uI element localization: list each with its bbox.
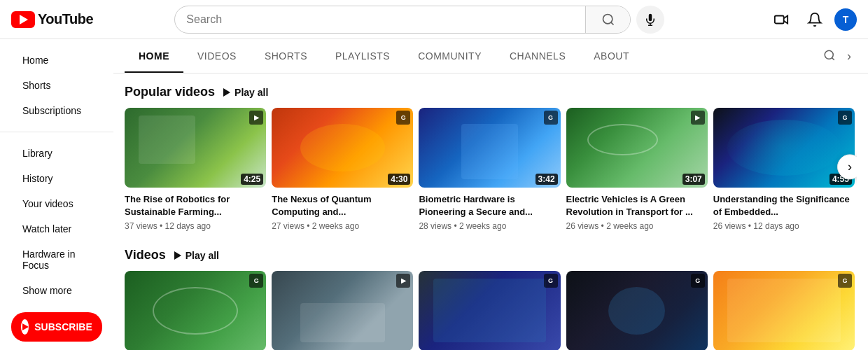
tab-community[interactable]: COMMUNITY bbox=[404, 39, 496, 73]
create-button[interactable] bbox=[767, 6, 795, 34]
video-card-popular-1[interactable]: 4:25 ▶ The Rise of Robotics for Sustaina… bbox=[125, 108, 266, 231]
sidebar-label-show-more: Show more bbox=[22, 285, 72, 296]
video-card-popular-4[interactable]: 3:07 ▶ Electric Vehicles is A Green Revo… bbox=[566, 108, 708, 231]
yt-wordmark: YouTube bbox=[38, 11, 93, 27]
sidebar-item-show-more[interactable]: Show more bbox=[6, 278, 108, 303]
main-content: HOME VIDEOS SHORTS PLAYLISTS COMMUNITY C… bbox=[113, 39, 868, 350]
videos-play-all-triangle bbox=[174, 251, 181, 260]
sidebar-label-shorts: Shorts bbox=[22, 80, 50, 91]
video-thumb-v2: ▶ bbox=[272, 271, 413, 350]
video-title-popular-3: Biometric Hardware is Pioneering a Secur… bbox=[419, 193, 560, 218]
subscribe-icon bbox=[21, 319, 29, 335]
sidebar-item-subscriptions[interactable]: Subscriptions bbox=[6, 98, 108, 123]
popular-section-title: Popular videos bbox=[125, 85, 215, 99]
header: YouTube bbox=[0, 0, 868, 39]
video-thumb-popular-5: 4:55 G bbox=[713, 108, 855, 188]
sidebar-item-library[interactable]: Library bbox=[6, 141, 108, 166]
svg-point-5 bbox=[825, 50, 833, 59]
logo-area[interactable]: YouTube bbox=[11, 11, 123, 28]
tab-search-button[interactable] bbox=[818, 43, 841, 69]
duration-popular-4: 3:07 bbox=[682, 174, 705, 185]
video-info-popular-4: Electric Vehicles is A Green Revolution … bbox=[566, 193, 708, 231]
video-meta-popular-5: 26 views • 12 days ago bbox=[713, 221, 855, 231]
svg-line-1 bbox=[611, 22, 614, 24]
content-area: Popular videos Play all 4:25 bbox=[113, 74, 868, 350]
sidebar-label-subscriptions: Subscriptions bbox=[22, 105, 81, 116]
badge-popular-5: G bbox=[838, 111, 852, 125]
video-thumb-popular-3: 3:42 G bbox=[419, 108, 560, 188]
badge-v3: G bbox=[544, 274, 558, 288]
popular-play-all-button[interactable]: Play all bbox=[223, 87, 268, 98]
badge-v2: ▶ bbox=[396, 274, 410, 288]
svg-point-0 bbox=[603, 14, 612, 23]
video-title-popular-4: Electric Vehicles is A Green Revolution … bbox=[566, 193, 708, 218]
videos-section-title: Videos bbox=[125, 248, 166, 262]
videos-play-all-label: Play all bbox=[186, 250, 219, 261]
bell-icon bbox=[807, 12, 822, 27]
videos-section: Videos Play all G bbox=[125, 248, 857, 350]
sidebar-label-hardware-in-focus: Hardware in Focus bbox=[22, 248, 91, 271]
videos-play-all-button[interactable]: Play all bbox=[174, 250, 219, 261]
search-input[interactable] bbox=[175, 13, 585, 26]
avatar-button[interactable]: T bbox=[834, 8, 857, 31]
duration-popular-3: 3:42 bbox=[536, 174, 558, 185]
tab-about[interactable]: ABOUT bbox=[580, 39, 643, 73]
popular-video-grid: 4:25 ▶ The Rise of Robotics for Sustaina… bbox=[125, 108, 857, 231]
video-info-popular-3: Biometric Hardware is Pioneering a Secur… bbox=[419, 193, 560, 231]
sidebar-divider-1 bbox=[0, 132, 113, 132]
subscribe-button[interactable]: SUBSCRIBE bbox=[11, 312, 102, 342]
tab-videos[interactable]: VIDEOS bbox=[183, 39, 251, 73]
video-meta-popular-2: 27 views • 2 weeks ago bbox=[272, 221, 413, 231]
tab-home[interactable]: HOME bbox=[125, 39, 183, 73]
badge-v1: G bbox=[249, 274, 263, 288]
video-thumb-v1: G bbox=[125, 271, 266, 350]
tab-chevron-button[interactable]: › bbox=[841, 43, 857, 69]
video-thumb-v4: G bbox=[566, 271, 708, 350]
video-thumb-v3: G bbox=[419, 271, 560, 350]
tab-playlists[interactable]: PLAYLISTS bbox=[321, 39, 404, 73]
popular-next-arrow[interactable]: › bbox=[837, 154, 857, 179]
mic-button[interactable] bbox=[636, 6, 664, 34]
svg-rect-4 bbox=[775, 15, 784, 23]
notifications-button[interactable] bbox=[801, 6, 829, 34]
sidebar: Home Shorts Subscriptions Library Histor… bbox=[0, 39, 113, 350]
search-button[interactable] bbox=[585, 6, 630, 34]
sidebar-label-history: History bbox=[22, 173, 53, 184]
sidebar-label-library: Library bbox=[22, 148, 52, 159]
video-card-popular-3[interactable]: 3:42 G Biometric Hardware is Pioneering … bbox=[419, 108, 560, 231]
play-all-label: Play all bbox=[234, 87, 268, 98]
badge-popular-1: ▶ bbox=[249, 111, 263, 125]
yt-play-triangle bbox=[20, 15, 28, 24]
subscribe-label: SUBSCRIBE bbox=[34, 321, 92, 332]
video-info-popular-5: Understanding the Significance of Embedd… bbox=[713, 193, 855, 231]
duration-popular-1: 4:25 bbox=[241, 174, 263, 185]
tab-channels[interactable]: CHANNELS bbox=[496, 39, 580, 73]
sidebar-item-home[interactable]: Home bbox=[6, 48, 108, 73]
video-card-v4[interactable]: G bbox=[566, 271, 708, 350]
search-area bbox=[174, 6, 664, 34]
tab-search-icon bbox=[823, 49, 836, 62]
sidebar-label-home: Home bbox=[22, 55, 48, 66]
sidebar-item-history[interactable]: History bbox=[6, 166, 108, 191]
subscribe-play-triangle bbox=[22, 323, 29, 330]
video-card-v3[interactable]: G bbox=[419, 271, 560, 350]
video-card-v2[interactable]: ▶ bbox=[272, 271, 413, 350]
tab-shorts[interactable]: SHORTS bbox=[251, 39, 321, 73]
sidebar-item-hardware-in-focus[interactable]: Hardware in Focus bbox=[6, 241, 108, 278]
badge-popular-4: ▶ bbox=[691, 111, 705, 125]
channel-tabs: HOME VIDEOS SHORTS PLAYLISTS COMMUNITY C… bbox=[113, 39, 868, 74]
video-card-popular-2[interactable]: 4:30 G The Nexus of Quantum Computing an… bbox=[272, 108, 413, 231]
sidebar-item-watch-later[interactable]: Watch later bbox=[6, 216, 108, 241]
play-all-triangle bbox=[223, 88, 230, 97]
video-card-v5[interactable]: G bbox=[713, 271, 855, 350]
duration-popular-2: 4:30 bbox=[388, 174, 410, 185]
sidebar-item-your-videos[interactable]: Your videos bbox=[6, 191, 108, 216]
sidebar-item-shorts[interactable]: Shorts bbox=[6, 73, 108, 98]
video-card-v1[interactable]: G bbox=[125, 271, 266, 350]
popular-videos-section: Popular videos Play all 4:25 bbox=[125, 85, 857, 231]
video-card-popular-5[interactable]: 4:55 G Understanding the Significance of… bbox=[713, 108, 855, 231]
section-header-popular: Popular videos Play all bbox=[125, 85, 857, 99]
search-icon bbox=[601, 13, 615, 27]
sidebar-label-your-videos: Your videos bbox=[22, 198, 74, 209]
badge-popular-2: G bbox=[396, 111, 410, 125]
